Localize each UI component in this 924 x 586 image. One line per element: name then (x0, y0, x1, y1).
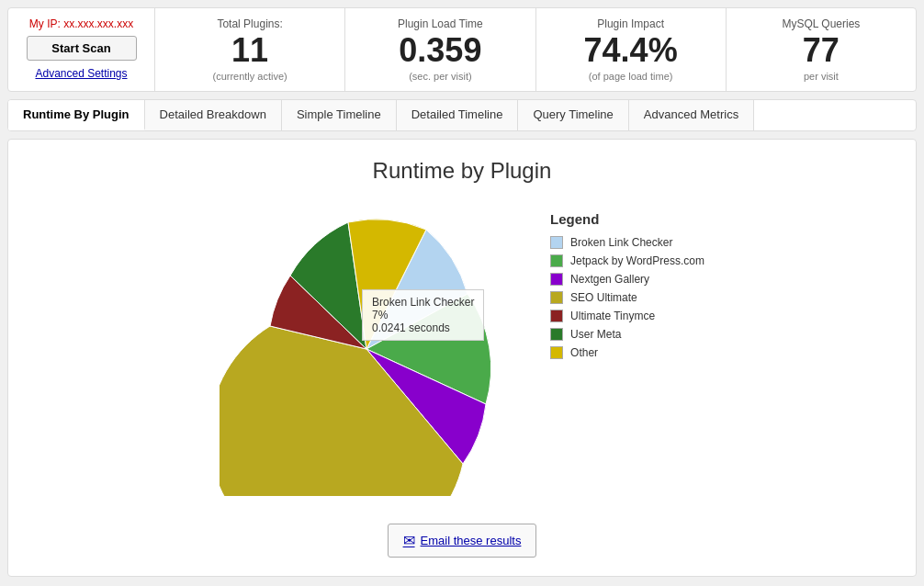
plugin-load-time-sub: (sec. per visit) (359, 71, 521, 82)
legend-label-0: Broken Link Checker (570, 236, 672, 249)
legend-color-4 (550, 310, 563, 322)
mysql-queries-sub: per visit (740, 71, 902, 82)
total-plugins-label: Total Plugins: (169, 17, 331, 30)
tab-detailed-breakdown[interactable]: Detailed Breakdown (145, 100, 282, 130)
mysql-queries-label: MySQL Queries (740, 17, 902, 30)
legend-item-0: Broken Link Checker (550, 236, 704, 249)
legend-item-2: Nextgen Gallery (550, 273, 704, 286)
plugin-impact-value: 74.4% (550, 32, 712, 69)
my-ip-section: My IP: xx.xxx.xxx.xxx Start Scan Advance… (8, 8, 155, 91)
pie-container: Broken Link Checker 7% 0.0241 seconds (220, 202, 513, 496)
email-results-button[interactable]: ✉ Email these results (388, 524, 537, 558)
legend-label-2: Nextgen Gallery (570, 273, 649, 286)
plugin-load-time-label: Plugin Load Time (359, 17, 521, 30)
legend-item-6: Other (550, 346, 704, 359)
legend-title: Legend (550, 211, 704, 227)
legend-label-6: Other (570, 346, 598, 359)
total-plugins-box: Total Plugins: 11 (currently active) (155, 8, 345, 91)
plugin-impact-box: Plugin Impact 74.4% (of page load time) (536, 8, 727, 91)
my-ip-label: My IP: xx.xxx.xxx.xxx (17, 17, 145, 30)
advanced-settings-link[interactable]: Advanced Settings (35, 67, 127, 80)
legend-color-6 (550, 346, 563, 359)
tab-runtime-by-plugin[interactable]: Runtime By Plugin (8, 100, 145, 130)
legend-item-5: User Meta (550, 328, 704, 341)
chart-title: Runtime by Plugin (27, 158, 897, 184)
tab-query-timeline[interactable]: Query Timeline (518, 100, 628, 130)
mysql-queries-value: 77 (740, 32, 902, 69)
main-content: Runtime by Plugin (7, 139, 917, 577)
total-plugins-value: 11 (169, 32, 331, 69)
legend-color-2 (550, 273, 563, 286)
legend-color-1 (550, 254, 563, 267)
total-plugins-sub: (currently active) (169, 71, 331, 82)
email-area: ✉ Email these results (27, 524, 897, 558)
legend: Legend Broken Link Checker Jetpack by Wo… (550, 211, 704, 365)
top-bar: My IP: xx.xxx.xxx.xxx Start Scan Advance… (7, 7, 917, 92)
legend-label-4: Ultimate Tinymce (570, 310, 655, 322)
tab-detailed-timeline[interactable]: Detailed Timeline (397, 100, 519, 130)
legend-item-3: SEO Ultimate (550, 291, 704, 304)
plugin-load-time-value: 0.359 (359, 32, 521, 69)
tabs-bar: Runtime By Plugin Detailed Breakdown Sim… (7, 99, 917, 131)
envelope-icon: ✉ (403, 532, 415, 549)
mysql-queries-box: MySQL Queries 77 per visit (727, 8, 916, 91)
tab-simple-timeline[interactable]: Simple Timeline (282, 100, 397, 130)
email-button-label: Email these results (421, 534, 522, 547)
legend-item-1: Jetpack by WordPress.com (550, 254, 704, 267)
legend-label-5: User Meta (570, 328, 621, 341)
legend-color-0 (550, 236, 563, 249)
chart-area: Broken Link Checker 7% 0.0241 seconds Le… (27, 202, 897, 496)
start-scan-button[interactable]: Start Scan (27, 36, 137, 61)
legend-label-3: SEO Ultimate (570, 291, 637, 304)
plugin-load-time-box: Plugin Load Time 0.359 (sec. per visit) (345, 8, 535, 91)
legend-item-4: Ultimate Tinymce (550, 310, 704, 322)
legend-color-5 (550, 328, 563, 341)
tab-advanced-metrics[interactable]: Advanced Metrics (629, 100, 754, 130)
legend-color-3 (550, 291, 563, 304)
plugin-impact-sub: (of page load time) (550, 71, 712, 82)
plugin-impact-label: Plugin Impact (550, 17, 712, 30)
legend-label-1: Jetpack by WordPress.com (570, 254, 704, 267)
